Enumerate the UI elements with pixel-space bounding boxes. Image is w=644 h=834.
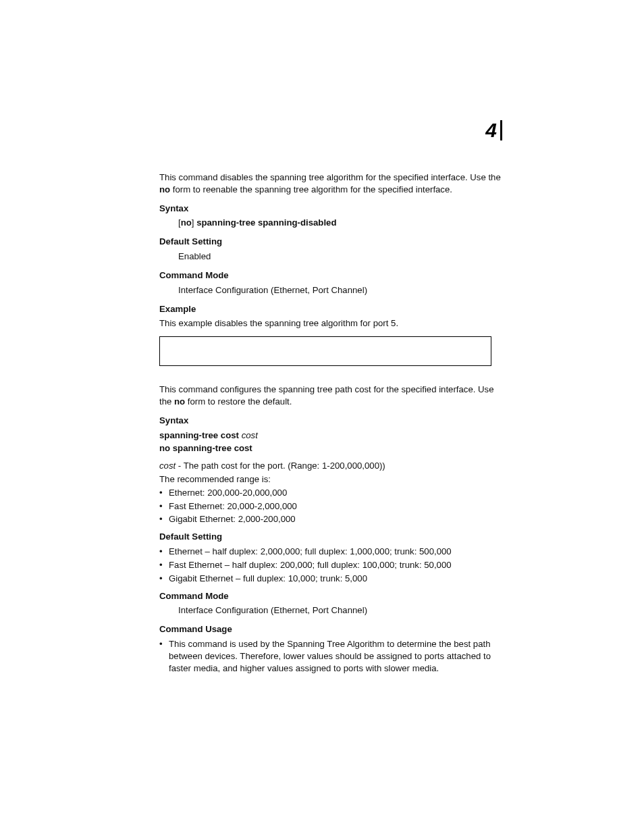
chapter-number: 4: [485, 120, 502, 140]
heading-syntax: Syntax: [159, 415, 504, 427]
reco-intro: The recommended range is:: [159, 473, 504, 486]
heading-usage: Command Usage: [159, 623, 504, 635]
text: - The path cost for the port. (Range: 1-…: [176, 461, 385, 471]
no-keyword: no: [159, 184, 170, 194]
command-name: spanning-tree spanning-disabled: [196, 217, 336, 228]
list-item: Gigabit Ethernet – full duplex: 10,000; …: [159, 573, 504, 585]
heading-default: Default Setting: [159, 236, 504, 248]
page: 4 This command disables the spanning tre…: [0, 0, 644, 834]
list-item: Ethernet: 200,000-20,000,000: [159, 487, 504, 499]
default-value: Enabled: [178, 251, 504, 263]
list-item: Ethernet – half duplex: 2,000,000; full …: [159, 546, 504, 558]
heading-default: Default Setting: [159, 531, 504, 543]
no-keyword: no: [181, 217, 192, 228]
syntax-line-2: no spanning-tree cost: [159, 442, 504, 454]
content-column: This command disables the spanning tree …: [159, 172, 504, 679]
heading-syntax: Syntax: [159, 203, 504, 215]
usage-list: This command is used by the Spanning Tre…: [159, 638, 504, 674]
sec1-intro: This command disables the spanning tree …: [159, 172, 504, 196]
syntax-line: [no] spanning-tree spanning-disabled: [178, 217, 504, 229]
mode-value: Interface Configuration (Ethernet, Port …: [178, 604, 504, 617]
mode-value: Interface Configuration (Ethernet, Port …: [178, 284, 504, 296]
sec2-intro: This command configures the spanning tre…: [159, 384, 504, 408]
heading-example: Example: [159, 303, 504, 315]
cost-desc: cost - The path cost for the port. (Rang…: [159, 460, 504, 472]
text: form to reenable the spanning tree algor…: [170, 184, 452, 194]
list-item: Fast Ethernet – half duplex: 200,000; fu…: [159, 559, 504, 571]
list-item: This command is used by the Spanning Tre…: [159, 638, 504, 674]
default-list: Ethernet – half duplex: 2,000,000; full …: [159, 546, 504, 584]
list-item: Gigabit Ethernet: 2,000-200,000: [159, 513, 504, 525]
command-name: spanning-tree cost: [159, 430, 239, 440]
syntax-line-1: spanning-tree cost cost: [159, 429, 504, 442]
heading-mode: Command Mode: [159, 269, 504, 282]
example-code-box: [159, 336, 491, 366]
example-text: This example disables the spanning tree …: [159, 317, 504, 330]
heading-mode: Command Mode: [159, 590, 504, 602]
list-item: Fast Ethernet: 20,000-2,000,000: [159, 500, 504, 513]
text: form to restore the default.: [185, 396, 292, 407]
text: This command disables the spanning tree …: [159, 172, 501, 182]
argument-name: cost: [159, 461, 176, 471]
reco-range-list: Ethernet: 200,000-20,000,000 Fast Ethern…: [159, 487, 504, 525]
no-keyword: no: [174, 396, 185, 407]
argument-name: cost: [242, 430, 258, 440]
